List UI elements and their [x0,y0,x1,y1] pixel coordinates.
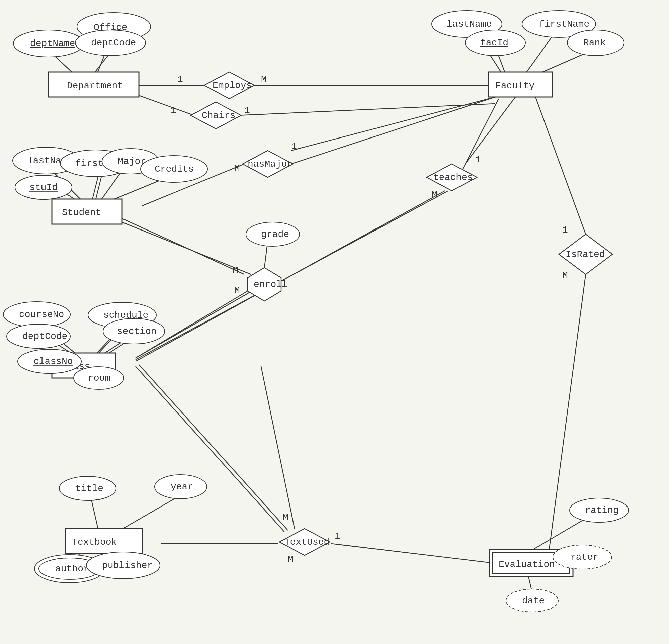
attr-year-label: year [171,482,193,492]
svg-line-25 [111,217,251,274]
attr-rating-label: rating [585,505,619,516]
attr-rater-label: rater [570,552,598,562]
card-textused-m1: M [283,513,288,523]
card-teaches-1: 1 [475,155,481,165]
svg-line-15 [95,174,102,201]
attr-fac-lastname-label: lastName [447,19,492,29]
card-chairs-1a: 1 [171,105,176,116]
entity-department-label: Department [67,81,123,91]
rel-employs-label: Employs [213,80,252,91]
card-hasmajor-m: M [234,163,240,173]
card-employs-m: M [261,74,267,85]
rel-teaches-label: teaches [433,172,473,183]
svg-line-12 [465,97,515,164]
rel-enroll-label: enroll [254,280,287,290]
attr-deptcode-label: deptCode [91,38,136,48]
rel-hasmajor-label: hasMajor [248,159,293,169]
svg-line-34 [136,366,284,532]
svg-line-14 [92,174,99,201]
card-textused-m2: M [288,554,294,565]
attr-publisher-label: publisher [102,560,153,571]
entity-textbook-label: Textbook [72,537,117,547]
card-israted-1: 1 [562,225,568,235]
card-chairs-1b: 1 [244,105,250,116]
attr-rank-label: Rank [583,38,606,48]
card-hasmajor-1: 1 [291,141,297,152]
attr-deptname-label: deptName [30,39,75,49]
attr-stuid-label: stuId [29,182,58,193]
svg-line-21 [291,97,495,151]
attr-grade-label: grade [261,229,289,240]
rel-israted-label: IsRated [566,249,605,260]
rel-textused-label: TextUsed [284,537,329,547]
rel-chairs-label: Chairs [202,110,236,121]
entity-student-label: Student [62,207,101,218]
card-employs-1: 1 [177,74,183,85]
attr-section-label: section [117,326,157,337]
card-israted-m: M [562,270,568,280]
attr-courseno-label: courseNo [19,310,64,320]
svg-line-11 [291,97,495,164]
attr-facid-label: facId [480,38,508,48]
svg-line-5 [134,94,194,115]
svg-line-43 [261,366,295,529]
svg-line-8 [525,32,556,74]
svg-line-45 [536,97,586,234]
attr-date-label: date [522,596,544,606]
card-enroll-m1: M [232,265,238,275]
attr-credits-label: Credits [155,164,194,174]
svg-line-20 [109,212,244,274]
entity-faculty-label: Faculty [495,81,535,91]
attr-author-label: author [55,564,89,574]
attr-title-label: title [75,483,103,494]
card-teaches-m: M [432,190,438,200]
attr-room-label: room [88,373,111,383]
card-textused-1: 1 [334,531,340,541]
svg-line-41 [117,495,181,532]
svg-line-48 [136,191,449,360]
attr-fac-firstname-label: firstName [539,19,589,29]
card-enroll-m2: M [234,285,240,296]
entity-evaluation-label: Evaluation [499,559,555,570]
svg-line-44 [331,544,499,564]
attr-class-deptcode-label: deptCode [23,331,67,342]
attr-classno-label: classNo [33,356,73,367]
